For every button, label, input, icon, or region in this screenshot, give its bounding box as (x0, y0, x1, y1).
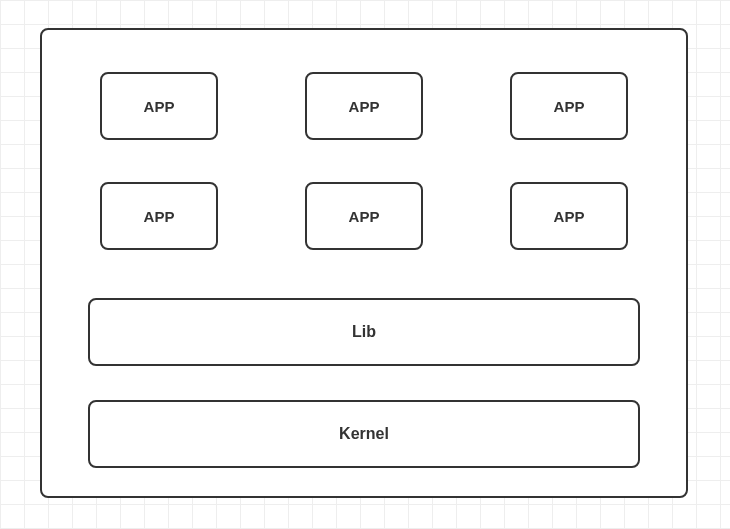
app-box: APP (510, 182, 628, 250)
lib-label: Lib (352, 323, 376, 341)
lib-box: Lib (88, 298, 640, 366)
app-row-1: APP APP APP (100, 72, 628, 140)
app-box: APP (510, 72, 628, 140)
app-label: APP (349, 98, 380, 115)
kernel-label: Kernel (339, 425, 389, 443)
app-label: APP (349, 208, 380, 225)
app-box: APP (305, 72, 423, 140)
app-label: APP (144, 98, 175, 115)
app-label: APP (554, 208, 585, 225)
app-label: APP (144, 208, 175, 225)
app-box: APP (100, 72, 218, 140)
app-label: APP (554, 98, 585, 115)
app-row-2: APP APP APP (100, 182, 628, 250)
app-box: APP (100, 182, 218, 250)
kernel-box: Kernel (88, 400, 640, 468)
system-container: APP APP APP APP APP APP Lib Kernel (40, 28, 688, 498)
app-box: APP (305, 182, 423, 250)
